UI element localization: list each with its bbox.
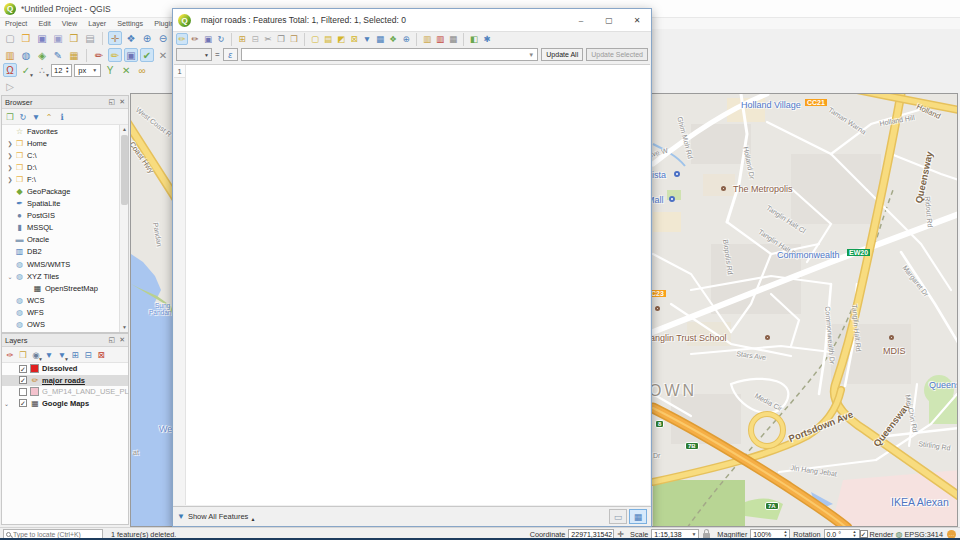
layer-expander-icon[interactable]: ⌄ bbox=[4, 400, 11, 407]
dlg-delete-selected-icon[interactable]: ⊟ bbox=[249, 33, 261, 45]
new-print-layout-icon[interactable]: ❒ bbox=[67, 31, 81, 45]
dlg-field-calculator-icon[interactable]: ▦ bbox=[447, 33, 459, 45]
scroll-down-icon[interactable]: ▼ bbox=[120, 323, 128, 332]
show-all-features-button[interactable]: Show All Features bbox=[188, 512, 248, 521]
layer-item-major-roads[interactable]: ✓✏major roads bbox=[2, 375, 128, 387]
scroll-thumb[interactable] bbox=[121, 135, 128, 205]
dlg-select-by-expression-icon[interactable]: ▢ bbox=[309, 33, 321, 45]
open-project-icon[interactable]: ❒ bbox=[19, 31, 33, 45]
vertex-tool-icon[interactable]: ✕ bbox=[156, 48, 170, 62]
open-layer-styling-icon[interactable]: ✑ bbox=[4, 349, 16, 361]
remove-layer-icon[interactable]: ⊠ bbox=[95, 349, 107, 361]
menu-edit[interactable]: Edit bbox=[38, 19, 50, 28]
dlg-cut-icon[interactable]: ✂ bbox=[262, 33, 274, 45]
layers-dock-icon[interactable]: ◱ bbox=[109, 336, 116, 344]
save-project-icon[interactable]: ▣ bbox=[35, 31, 49, 45]
dlg-filter-select-icon[interactable]: ▼ bbox=[361, 33, 373, 45]
browser-item-spatialite[interactable]: ✒SpatiaLite bbox=[2, 198, 128, 210]
dlg-conditional-formatting-icon[interactable]: ◧ bbox=[468, 33, 480, 45]
dlg-move-selection-top-icon[interactable]: ▦ bbox=[374, 33, 386, 45]
add-polygon-feature-icon[interactable]: ✔ bbox=[140, 48, 154, 62]
browser-item-db2[interactable]: ▥DB2 bbox=[2, 246, 128, 258]
browser-properties-icon[interactable]: ℹ bbox=[56, 111, 68, 123]
filter-by-expression-icon[interactable]: ▼▼ bbox=[56, 349, 68, 361]
dialog-maximize-button[interactable]: ▢ bbox=[595, 9, 623, 31]
dlg-invert-selection-icon[interactable]: ◩ bbox=[335, 33, 347, 45]
toggle-editing-icon[interactable]: ✏ bbox=[108, 48, 122, 62]
update-all-button[interactable]: Update All bbox=[541, 48, 583, 61]
filter-legend-icon[interactable]: ▼ bbox=[43, 349, 55, 361]
data-source-manager-icon[interactable]: ▥ bbox=[3, 48, 17, 62]
dlg-add-feature-icon[interactable]: ⊞ bbox=[236, 33, 248, 45]
layer-item-land-use[interactable]: G_MP14_LAND_USE_PL bbox=[2, 386, 128, 398]
locate-input[interactable] bbox=[11, 531, 100, 538]
enable-snapping-icon[interactable]: Ω bbox=[3, 63, 17, 77]
browser-item-wms-wmts[interactable]: ◍WMS/WMTS bbox=[2, 258, 128, 270]
browser-item-mssql[interactable]: ▮MSSQL bbox=[2, 222, 128, 234]
dlg-pan-to-selected-icon[interactable]: ❖ bbox=[387, 33, 399, 45]
browser-close-icon[interactable]: ✕ bbox=[119, 98, 125, 106]
expander-icon[interactable]: ❯ bbox=[6, 176, 14, 183]
table-body[interactable] bbox=[186, 65, 650, 505]
browser-item-drive-c[interactable]: ❯❒C:\ bbox=[2, 149, 128, 161]
dlg-new-field-icon[interactable]: ▥ bbox=[421, 33, 433, 45]
browser-item-geopackage[interactable]: ◆GeoPackage bbox=[2, 185, 128, 197]
add-group-icon[interactable]: ❒ bbox=[17, 349, 29, 361]
snapping-unit-combo[interactable]: px ▼ bbox=[74, 64, 101, 77]
pan-map-icon[interactable]: ✛ bbox=[108, 31, 122, 45]
browser-item-home[interactable]: ❯❒Home bbox=[2, 137, 128, 149]
expander-icon[interactable]: ❯ bbox=[6, 140, 14, 147]
scroll-up-icon[interactable]: ▲ bbox=[120, 125, 128, 134]
new-project-icon[interactable]: ▢ bbox=[3, 31, 17, 45]
manage-map-themes-icon[interactable]: ◉▼ bbox=[30, 349, 42, 361]
browser-item-postgis[interactable]: ●PostGIS bbox=[2, 210, 128, 222]
current-edits-icon[interactable]: ✏ bbox=[92, 48, 106, 62]
browser-item-xyz-tiles[interactable]: ⌄◍XYZ Tiles bbox=[2, 270, 128, 282]
dlg-reload-icon[interactable]: ↻ bbox=[215, 33, 227, 45]
snapping-tolerance-spinbox[interactable]: 12 ▲▼ bbox=[51, 64, 72, 77]
expander-icon[interactable]: ⌄ bbox=[6, 273, 14, 280]
browser-scrollbar[interactable]: ▲ ▼ bbox=[119, 125, 128, 332]
browser-item-ows[interactable]: ◍OWS bbox=[2, 319, 128, 331]
menu-settings[interactable]: Settings bbox=[117, 19, 143, 28]
layer-visibility-checkbox[interactable]: ✓ bbox=[19, 399, 27, 407]
show-all-features-caret-icon[interactable]: ▲ bbox=[250, 516, 255, 522]
dialog-minimize-button[interactable]: – bbox=[567, 9, 595, 31]
add-raster-layer-icon[interactable]: ◈ bbox=[35, 48, 49, 62]
expander-icon[interactable]: ❯ bbox=[6, 164, 14, 171]
layer-visibility-checkbox[interactable] bbox=[19, 388, 27, 396]
dlg-deselect-all-icon[interactable]: ⊠ bbox=[348, 33, 360, 45]
browser-item-drive-d[interactable]: ❯❒D:\ bbox=[2, 161, 128, 173]
dlg-save-edits-icon[interactable]: ▣ bbox=[202, 33, 214, 45]
dlg-toggle-editing-icon[interactable]: ✏ bbox=[176, 33, 188, 45]
browser-item-drive-f[interactable]: ❯❒F:\ bbox=[2, 173, 128, 185]
browser-dock-icon[interactable]: ◱ bbox=[109, 98, 116, 106]
zoom-in-icon[interactable]: ⊕ bbox=[140, 31, 154, 45]
enable-tracing-icon[interactable]: ∴▼ bbox=[35, 63, 49, 77]
menu-project[interactable]: Project bbox=[5, 19, 27, 28]
rotation-spin-icon[interactable]: ▲▼ bbox=[853, 530, 857, 538]
dlg-select-all-icon[interactable]: ▤ bbox=[322, 33, 334, 45]
filter-browser-icon[interactable]: ▼ bbox=[30, 111, 42, 123]
render-checkbox[interactable]: ✓ bbox=[860, 530, 868, 538]
layer-item-google-maps[interactable]: ⌄✓▦Google Maps bbox=[2, 398, 128, 410]
dlg-copy-icon[interactable]: ❐ bbox=[275, 33, 287, 45]
layer-item-dissolved[interactable]: ✓Dissolved bbox=[2, 363, 128, 375]
dlg-paste-icon[interactable]: ❒ bbox=[288, 33, 300, 45]
browser-item-openstreetmap[interactable]: ▦OpenStreetMap bbox=[2, 282, 128, 294]
dlg-table-settings-icon[interactable]: ✱ bbox=[481, 33, 493, 45]
magnifier-spin-icon[interactable]: ▲▼ bbox=[783, 530, 787, 538]
zoom-out-icon[interactable]: ⊖ bbox=[156, 31, 170, 45]
dialog-close-button[interactable]: ✕ bbox=[623, 9, 651, 31]
pan-to-selection-icon[interactable]: ❖ bbox=[124, 31, 138, 45]
advanced-digitize-1-icon[interactable]: Y bbox=[103, 63, 117, 77]
form-view-button[interactable]: ▭ bbox=[609, 509, 627, 524]
add-selected-layer-icon[interactable]: ❒ bbox=[4, 111, 16, 123]
table-view-button[interactable]: ▦ bbox=[629, 509, 647, 524]
browser-item-oracle[interactable]: ▬Oracle bbox=[2, 234, 128, 246]
row-number[interactable]: 1 bbox=[174, 65, 185, 78]
layer-visibility-checkbox[interactable]: ✓ bbox=[19, 365, 27, 373]
spinbox-arrows-icon[interactable]: ▲▼ bbox=[65, 66, 69, 74]
expand-all-icon[interactable]: ⊞ bbox=[69, 349, 81, 361]
save-project-as-icon[interactable]: ▣ bbox=[51, 31, 65, 45]
